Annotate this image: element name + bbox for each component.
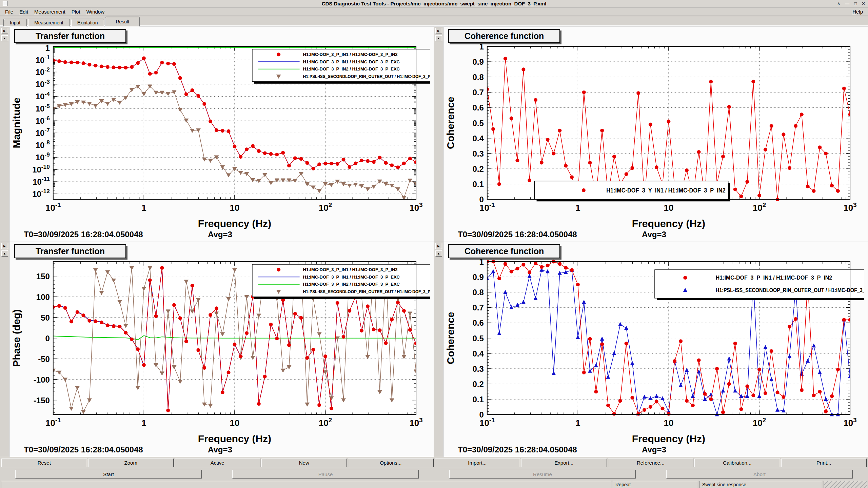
calibration-button[interactable]: Calibration... — [694, 459, 780, 467]
svg-text:0.1: 0.1 — [472, 395, 484, 404]
svg-text:-150: -150 — [34, 396, 50, 405]
panel-arrow-up-button[interactable]: ▲ — [435, 250, 442, 257]
svg-text:0.7: 0.7 — [472, 88, 484, 97]
svg-text:0.2: 0.2 — [472, 164, 484, 174]
t0-timestamp: T0=30/09/2025 16:28:04.050048 — [458, 445, 577, 454]
svg-text:Coherence: Coherence — [445, 312, 456, 364]
resize-grip[interactable] — [824, 481, 867, 488]
coherence-bottom-plot[interactable]: 10-111010210300.10.20.30.40.50.60.70.80.… — [443, 259, 864, 445]
plot-grid: ▶ ▲ Transfer function 10-1110102103110-1… — [0, 26, 868, 457]
menu-help[interactable]: Help — [849, 8, 866, 15]
active-button[interactable]: Active — [175, 459, 260, 467]
panel-scroll-strip: ▶ ▲ — [0, 242, 9, 457]
resume-button: Resume — [449, 470, 636, 479]
svg-text:H1:PSL-ISS_SECONDLOOP_RIN_OUTE: H1:PSL-ISS_SECONDLOOP_RIN_OUTER_OUT / H1… — [303, 289, 430, 294]
import-button[interactable]: Import... — [435, 459, 520, 467]
svg-text:H1:IMC-DOF_3_P_IN1 / H1:IMC-DO: H1:IMC-DOF_3_P_IN1 / H1:IMC-DOF_3_P_IN2 — [303, 52, 398, 57]
plot-title: Transfer function — [14, 29, 126, 43]
panel-arrow-right-button[interactable]: ▶ — [435, 243, 442, 249]
svg-text:1: 1 — [141, 203, 146, 212]
transfer-phase-plot[interactable]: 10-1110102103-150-100-50050100150Frequen… — [9, 259, 430, 445]
svg-text:H1:IMC-DOF_3_P_IN2 / H1:IMC-DO: H1:IMC-DOF_3_P_IN2 / H1:IMC-DOF_3_P_EXC — [303, 66, 400, 72]
tab-input[interactable]: Input — [3, 19, 27, 26]
export-button[interactable]: Export... — [521, 459, 607, 467]
tab-result[interactable]: Result — [105, 17, 140, 26]
window-controls: ∧—□✕ — [837, 0, 865, 7]
svg-text:100: 100 — [36, 292, 50, 302]
svg-text:1: 1 — [141, 418, 146, 428]
panel-arrow-up-button[interactable]: ▲ — [1, 250, 8, 257]
svg-text:10-1: 10-1 — [45, 201, 61, 212]
plot-title: Coherence function — [448, 244, 560, 258]
panel-arrow-right-button[interactable]: ▶ — [1, 243, 8, 249]
svg-text:H1:IMC-DOF_3_P_IN1 / H1:IMC-DO: H1:IMC-DOF_3_P_IN1 / H1:IMC-DOF_3_P_EXC — [303, 59, 400, 64]
menu-window[interactable]: Window — [83, 8, 107, 15]
tab-measurement[interactable]: Measurement — [28, 19, 70, 26]
panel-scroll-strip: ▶ ▲ — [0, 27, 9, 242]
maximize-button[interactable]: □ — [854, 0, 857, 7]
menu-measurement[interactable]: Measurement — [31, 8, 68, 15]
svg-text:10-5: 10-5 — [36, 103, 50, 114]
options-button[interactable]: Options... — [348, 459, 434, 467]
print-button[interactable]: Print... — [781, 459, 867, 467]
reset-button[interactable]: Reset — [1, 459, 87, 467]
new-button[interactable]: New — [261, 459, 347, 467]
panel-coherence-top: ▶ ▲ Coherence function 10-111010210300.1… — [434, 27, 868, 242]
svg-text:Frequency (Hz): Frequency (Hz) — [632, 433, 705, 444]
start-button[interactable]: Start — [15, 470, 202, 479]
panel-scroll-strip: ▶ ▲ — [434, 242, 443, 457]
svg-text:Coherence: Coherence — [445, 97, 456, 149]
svg-text:Magnitude: Magnitude — [11, 98, 22, 148]
avg-count: Avg=3 — [208, 230, 232, 239]
avg-count: Avg=3 — [642, 445, 666, 454]
svg-text:50: 50 — [41, 313, 50, 322]
menu-plot[interactable]: Plot — [68, 8, 83, 15]
svg-text:10-1: 10-1 — [36, 54, 50, 65]
svg-text:1: 1 — [45, 44, 50, 53]
t0-timestamp: T0=30/09/2025 16:28:04.050048 — [24, 445, 143, 454]
svg-text:0.9: 0.9 — [472, 57, 484, 66]
panel-arrow-up-button[interactable]: ▲ — [1, 35, 8, 41]
shade-button[interactable]: ∧ — [837, 0, 841, 7]
svg-text:0: 0 — [45, 334, 50, 343]
panel-arrow-up-button[interactable]: ▲ — [435, 35, 442, 41]
svg-text:1: 1 — [575, 418, 580, 428]
svg-text:10: 10 — [230, 203, 240, 212]
avg-count: Avg=3 — [642, 230, 666, 239]
svg-text:10: 10 — [230, 418, 240, 428]
svg-text:0.4: 0.4 — [472, 134, 484, 143]
menu-bar: FileEditMeasurementPlotWindowHelp — [0, 7, 868, 16]
menu-edit[interactable]: Edit — [16, 8, 31, 15]
coherence-top-plot[interactable]: 10-111010210300.10.20.30.40.50.60.70.80.… — [443, 44, 864, 230]
svg-text:10-2: 10-2 — [36, 66, 50, 77]
svg-text:0.6: 0.6 — [472, 318, 484, 327]
svg-text:0.3: 0.3 — [472, 364, 484, 373]
tab-excitation[interactable]: Excitation — [71, 19, 104, 26]
svg-text:Frequency (Hz): Frequency (Hz) — [198, 433, 271, 444]
svg-text:Frequency (Hz): Frequency (Hz) — [198, 218, 271, 229]
menu-file[interactable]: File — [2, 8, 16, 15]
svg-text:H1:PSL-ISS_SECONDLOOP_RIN_OUTE: H1:PSL-ISS_SECONDLOOP_RIN_OUTER_OUT / H1… — [716, 287, 864, 293]
reference-button[interactable]: Reference... — [608, 459, 694, 467]
t0-timestamp: T0=30/09/2025 16:28:04.050048 — [458, 230, 577, 239]
panel-transfer-phase: ▶ ▲ Transfer function 10-1110102103-150-… — [0, 242, 434, 457]
svg-text:0.5: 0.5 — [472, 334, 484, 343]
status-message — [1, 481, 611, 488]
svg-text:10-9: 10-9 — [36, 151, 50, 162]
minimize-button[interactable]: — — [845, 0, 849, 7]
plot-title: Transfer function — [14, 244, 126, 258]
svg-text:10-12: 10-12 — [32, 188, 50, 199]
tab-bar: InputMeasurementExcitationResult — [0, 16, 868, 26]
svg-text:102: 102 — [319, 201, 332, 212]
zoom-button[interactable]: Zoom — [88, 459, 174, 467]
panel-arrow-right-button[interactable]: ▶ — [435, 28, 442, 34]
panel-arrow-right-button[interactable]: ▶ — [1, 28, 8, 34]
transfer-magnitude-plot[interactable]: 10-1110102103110-110-210-310-410-510-610… — [9, 44, 430, 230]
plot-toolbar: ResetZoomActiveNewOptions...Import...Exp… — [0, 457, 868, 468]
svg-text:103: 103 — [843, 416, 856, 428]
svg-text:10-1: 10-1 — [45, 416, 61, 428]
svg-text:H1:IMC-DOF_3_P_IN1 / H1:IMC-DO: H1:IMC-DOF_3_P_IN1 / H1:IMC-DOF_3_P_IN2 — [716, 275, 832, 281]
close-button[interactable]: ✕ — [862, 0, 865, 7]
svg-text:0.4: 0.4 — [472, 349, 484, 358]
measurement-controls: StartPauseResumeAbort — [0, 468, 868, 480]
